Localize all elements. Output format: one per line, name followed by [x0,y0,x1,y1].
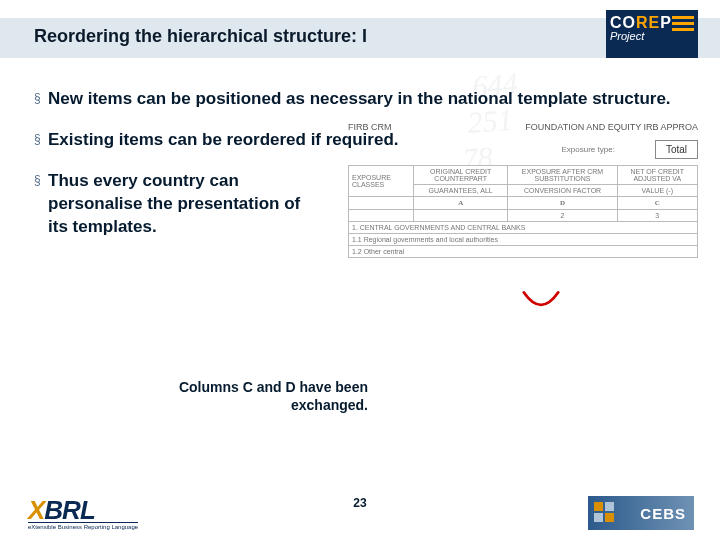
xbrl-logo: XBRL eXtensible Business Reporting Langu… [28,495,138,530]
template-preview: FIRB CRM FOUNDATION AND EQUITY IRB APPRO… [348,122,698,258]
smile-annotation-icon [522,290,560,312]
caption: Columns C and D have been exchanged. [108,378,368,414]
corep-logo: COREP Project [606,10,698,58]
table-colhdr-0: ORIGINAL CREDIT COUNTERPART [413,166,508,185]
table-colhdr-3: GUARANTEES, ALL [413,185,508,197]
xbrl-logo-sub: eXtensible Business Reporting Language [28,522,138,530]
corep-logo-text-p: P [660,14,672,31]
cebs-logo-text: CEBS [640,505,686,522]
table-num-2: 3 [617,210,697,222]
bullet-marker-icon: § [34,170,48,239]
bullet-marker-icon: § [34,129,48,152]
bullet-1-text: New items can be positioned as necessary… [48,88,671,111]
cebs-squares-icon [594,502,616,524]
table-colhdr-2: NET OF CREDIT ADJUSTED VA [617,166,697,185]
table-num-1: 2 [508,210,617,222]
table-top-left: FIRB CRM [348,122,392,132]
table-row-1: 1.1 Regional governments and local autho… [349,234,698,246]
table-row-2: 1.2 Other central [349,246,698,258]
corep-logo-text-co: CO [610,14,636,31]
table-rowheader: EXPOSURE CLASSES [349,166,414,197]
table-colhdr-5: VALUE (-) [617,185,697,197]
bullet-2-text: Existing items can be reordered if requi… [48,129,399,152]
bullet-1: § New items can be positioned as necessa… [34,88,686,111]
table-big-letter-c: C [617,197,697,210]
table-big-letter-a: A [413,197,508,210]
table-row-0: 1. CENTRAL GOVERNMENTS AND CENTRAL BANKS [349,222,698,234]
table-big-letter-d: D [508,197,617,210]
table-top-right: FOUNDATION AND EQUITY IRB APPROA [525,122,698,132]
table-colhdr-1: EXPOSURE AFTER CRM SUBSTITUTIONS [508,166,617,185]
corep-logo-text-re: RE [636,14,660,31]
table-exposure-label: Exposure type: [562,145,615,154]
table-total-box: Total [655,140,698,159]
cebs-logo: CEBS [588,496,694,530]
template-table: EXPOSURE CLASSES ORIGINAL CREDIT COUNTER… [348,165,698,258]
corep-logo-bars-icon [672,16,694,34]
bullet-3-text: Thus every country can personalise the p… [48,170,308,239]
table-num-0 [413,210,508,222]
bullet-marker-icon: § [34,88,48,111]
footer: 23 XBRL eXtensible Business Reporting La… [0,482,720,540]
table-colhdr-4: CONVERSION FACTOR [508,185,617,197]
